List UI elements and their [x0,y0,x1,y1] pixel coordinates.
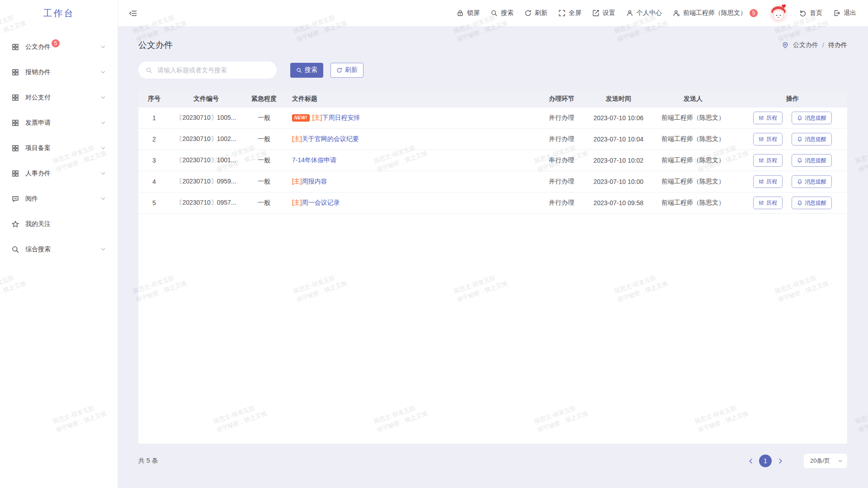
sidebar-item[interactable]: 报销办件 [0,60,118,85]
search-input[interactable] [156,66,269,74]
sliders-icon [759,200,764,206]
search-button[interactable]: 搜索 [290,63,323,78]
sliders-icon [759,136,764,142]
doc-title-cell: [主] 周一会议记录 [286,192,534,213]
history-button[interactable]: 历程 [753,175,783,188]
profile-center-label: 个人中心 [637,9,662,17]
content-area: 公文办件 公文办件 / 待办件 [118,26,868,488]
row-index: 4 [138,171,170,192]
refresh-button-label: 刷新 [345,66,358,74]
person-badge-icon [673,9,680,17]
column-header: 文件标题 [286,90,534,108]
sidebar-item-label: 对公支付 [25,94,51,102]
column-header: 文件编号 [170,90,242,108]
notify-button[interactable]: 消息提醒 [792,197,832,209]
row-actions: 历程 消息提醒 [738,129,847,150]
logout-button[interactable]: 退出 [833,9,856,17]
table-header: 序号 文件编号 紧急程度 文件标题 办理环节 发送时间 发送人 操作 [138,90,847,108]
table-row: 5 〔20230710〕0957... 一般 [主] 周一会议记录 并行办理 2… [138,192,847,214]
lock-screen-label: 锁屏 [467,9,480,17]
sidebar-item[interactable]: 发票申请 [0,110,118,136]
row-actions: 历程 消息提醒 [738,171,847,192]
row-index: 5 [138,192,170,213]
global-search-button[interactable]: 搜索 [491,9,514,17]
current-user[interactable]: 前端工程师（陈思文） 5 [673,9,758,17]
comment-icon [11,195,19,203]
doc-number: 〔20230710〕0957... [170,192,242,213]
sidebar-item[interactable]: 综合搜索 [0,237,118,262]
chevron-down-icon [100,120,106,126]
refresh-page-button[interactable]: 刷新 [524,9,547,17]
pagination: 1 20条/页 [744,454,847,468]
sender: 前端工程师（陈思文） [648,192,738,213]
history-button[interactable]: 历程 [753,154,783,167]
user-notification-badge: 5 [750,9,758,17]
column-header: 序号 [138,90,170,108]
page-size-value: 20条/页 [810,457,830,465]
sidebar-item[interactable]: 我的关注 [0,211,118,237]
star-icon [11,220,19,228]
refresh-button[interactable]: 刷新 [330,63,363,78]
notify-button[interactable]: 消息提醒 [792,154,832,167]
search-icon [296,67,302,73]
notify-button-label: 消息提醒 [805,199,826,207]
table-row: 1 〔20230710〕1005... 一般 NEW! [主] 下周日程安排 并… [138,108,847,129]
doc-tag: [主] [312,114,322,122]
refresh-page-label: 刷新 [535,9,547,17]
history-button[interactable]: 历程 [753,133,783,145]
lock-icon [457,9,464,17]
doc-title-link[interactable]: 下周日程安排 [322,114,360,122]
notify-button[interactable]: 消息提醒 [792,112,832,124]
doc-title-link[interactable]: 周报内容 [302,178,327,186]
fullscreen-button[interactable]: 全屏 [558,9,581,17]
lock-screen-button[interactable]: 锁屏 [457,9,480,17]
app-logo: 工作台 [0,0,118,26]
profile-center-button[interactable]: 个人中心 [626,9,662,17]
sliders-icon [759,179,764,184]
doc-title-cell: [主] 关于官网的会议纪要 [286,129,534,150]
send-time: 2023-07-10 09:58 [589,192,648,213]
topbar: 锁屏 搜索 刷新 全屏 [118,0,868,26]
settings-button[interactable]: 设置 [592,9,615,17]
logout-label: 退出 [844,9,856,17]
next-page-button[interactable] [774,455,787,467]
table-row: 4 〔20230710〕0959... 一般 [主] 周报内容 并行办理 202… [138,171,847,192]
doc-title-link[interactable]: 7-14年休假申请 [292,156,336,164]
collapse-sidebar-icon[interactable] [129,9,137,18]
grid-icon [11,119,19,127]
history-button[interactable]: 历程 [753,197,783,209]
history-button-label: 历程 [766,199,777,207]
search-icon [146,67,152,74]
search-icon [11,245,19,253]
prev-page-button[interactable] [744,455,757,467]
doc-title-link[interactable]: 关于官网的会议纪要 [302,135,359,143]
grid-icon [11,94,19,102]
doc-title-link[interactable]: 周一会议记录 [302,199,340,207]
page-size-select[interactable]: 20条/页 [804,454,847,468]
notify-button-label: 消息提醒 [805,114,826,122]
user-avatar[interactable] [769,3,788,23]
send-time: 2023-07-10 10:02 [589,150,648,171]
sidebar-item-label: 我的关注 [25,220,51,228]
history-button[interactable]: 历程 [753,112,783,124]
home-button[interactable]: 首页 [799,9,822,17]
current-page-button[interactable]: 1 [759,455,772,467]
bell-icon [797,158,802,163]
sidebar-item[interactable]: 对公支付 [0,85,118,110]
column-header: 发送时间 [589,90,648,108]
notify-button[interactable]: 消息提醒 [792,175,832,188]
doc-title-cell: 7-14年休假申请 [286,150,534,171]
doc-number: 〔20230710〕1002... [170,129,242,150]
sidebar-item[interactable]: 阅件 [0,186,118,211]
refresh-icon [336,67,342,73]
row-index: 2 [138,129,170,150]
notification-badge: 5 [52,39,60,47]
bell-icon [797,179,802,184]
breadcrumb-root[interactable]: 公文办件 [793,41,818,49]
notify-button[interactable]: 消息提醒 [792,133,832,145]
history-button-label: 历程 [766,136,777,143]
sidebar-item[interactable]: 项目备案 [0,136,118,161]
sidebar-item[interactable]: 公文办件 5 [0,34,118,60]
sidebar-item[interactable]: 人事办件 [0,161,118,186]
documents-table: 序号 文件编号 紧急程度 文件标题 办理环节 发送时间 发送人 操作 [138,90,847,444]
